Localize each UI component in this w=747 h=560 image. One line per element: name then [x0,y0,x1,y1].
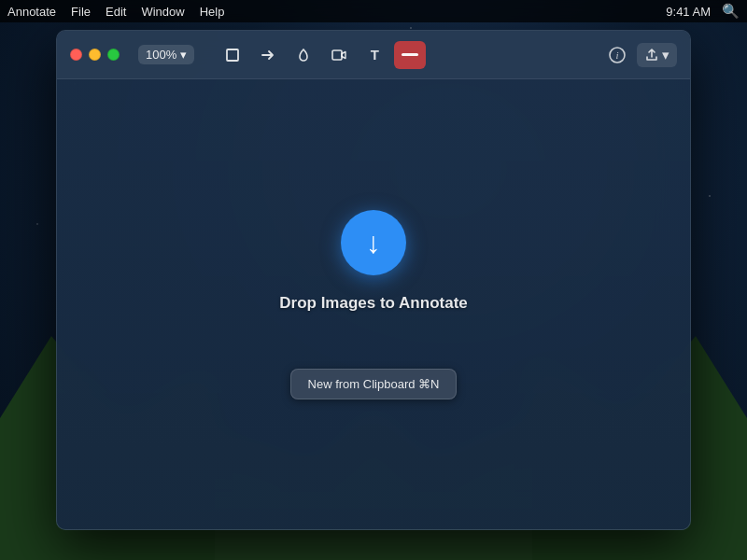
menubar-right: 9:41 AM 🔍 [666,3,740,20]
menubar-item-edit[interactable]: Edit [106,5,126,19]
content-area: ↓ Drop Images to Annotate New from Clipb… [57,79,690,529]
minimize-button[interactable] [89,49,101,61]
maximize-button[interactable] [107,49,120,61]
search-icon[interactable]: 🔍 [722,3,740,20]
traffic-lights [70,49,120,61]
menubar-left: Annotate File Edit Window Help [7,5,224,19]
close-button[interactable] [70,49,82,61]
video-tool-button[interactable] [323,41,355,69]
chevron-down-icon: ▾ [180,48,187,62]
color-tool-indicator [402,53,418,56]
menubar-item-window[interactable]: Window [141,5,184,19]
svg-rect-1 [332,50,342,60]
share-chevron-icon: ▾ [662,47,669,63]
drop-icon-container: ↓ [341,210,406,275]
text-tool-label: T [371,47,379,63]
arrow-tool-button[interactable] [252,41,284,69]
menubar-item-annotate[interactable]: Annotate [7,5,56,19]
app-window: 100% ▾ [56,30,691,530]
toolbar-tools: T [217,41,426,69]
zoom-control[interactable]: 100% ▾ [138,45,194,64]
menubar-item-help[interactable]: Help [200,5,225,19]
toolbar: 100% ▾ [57,31,690,79]
menubar: Annotate File Edit Window Help 9:41 AM 🔍 [0,0,747,22]
download-icon: ↓ [366,228,381,258]
share-button[interactable]: ▾ [637,43,677,67]
menubar-time: 9:41 AM [666,5,711,19]
clipboard-button[interactable]: New from Clipboard ⌘N [290,369,458,399]
drop-label: Drop Images to Annotate [279,294,468,313]
zoom-level: 100% [146,48,176,62]
menubar-item-file[interactable]: File [71,5,91,19]
svg-text:i: i [615,49,618,61]
toolbar-right: i ▾ [603,41,677,69]
svg-rect-0 [227,49,238,61]
info-button[interactable]: i [603,41,631,69]
pen-tool-button[interactable] [288,41,319,69]
color-tool-button[interactable] [394,41,426,69]
crop-tool-button[interactable] [217,41,248,69]
text-tool-button[interactable]: T [359,41,390,69]
